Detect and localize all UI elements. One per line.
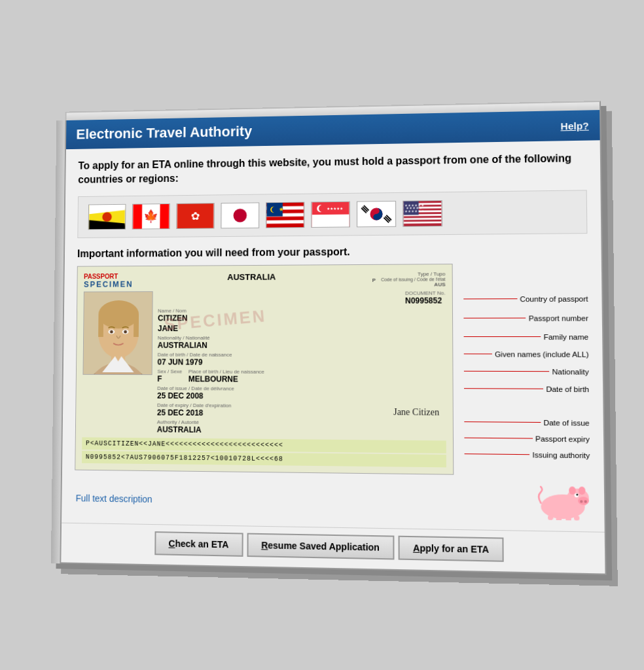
flag-malaysia: ★ [266,202,304,228]
nationality-label: Nationality / Nationalité [158,334,446,340]
given-name: JANE [158,323,446,332]
family-name: CITIZEN [158,313,446,323]
field-doi: Date of issue [541,418,590,427]
flag-usa: ★★★★★★ ★★★★★ ★★★★★★ [402,200,442,226]
field-dob: Date of birth [543,385,589,393]
doe-value: 25 DEC 2018 [157,408,232,417]
passport-code-value: AUS [381,281,445,287]
sex-label: Sex / Sexe [157,368,182,374]
svg-rect-57 [98,314,103,336]
passport-photo [82,291,152,375]
flag-korea [357,200,396,226]
passport-type-label: Type / Tupo [372,271,446,277]
svg-point-66 [579,486,586,495]
passport-country-header: AUSTRALIA [227,272,276,281]
svg-rect-8 [133,204,142,228]
passport-section-title: Important information you will need from… [77,244,588,260]
svg-text:★★★★★★: ★★★★★★ [405,209,425,213]
flag-canada: 🍁 [132,203,170,229]
passport-specimen-label: PASSPORT [84,272,134,279]
svg-text:★: ★ [278,205,283,212]
svg-rect-75 [574,515,580,520]
flags-container: 🍁 ✿ [77,190,587,238]
flag-brunei [88,203,126,229]
passport-sidebar: Country of passport Passport number [453,262,590,476]
field-family-name: Family name [541,332,588,340]
svg-text:★★★★★: ★★★★★ [327,206,343,210]
field-country: Country of passport [517,294,588,303]
bottom-buttons-bar: Check an ETA Resume Saved Application Ap… [61,522,605,573]
sex-value: F [157,374,182,383]
field-given-names: Given names (include ALL) [492,350,589,358]
pob-value: MELBOURNE [188,374,264,383]
field-authority: Issuing authority [529,450,590,459]
pig-mascot [535,482,591,520]
svg-text:✿: ✿ [191,209,200,222]
svg-rect-58 [134,314,139,336]
pob-label: Place of birth / Lieu de naissance [188,368,264,374]
intro-text: To apply for an ETA online through this … [78,150,586,187]
dob-label: Date of birth / Date de naissance [158,351,446,358]
svg-text:🍁: 🍁 [143,208,159,223]
passport-mrz1: P<AUSCITIZEN<<JANE<<<<<<<<<<<<<<<<<<<<<<… [82,437,446,453]
passport-image: PASSPORT SPECIMEN AUSTRALIA Type / Tupo [75,263,454,474]
check-eta-button[interactable]: Check an ETA [154,531,243,556]
doc-no-value: N0995852 [405,296,446,305]
signature: Jane Citizen [393,406,446,417]
apply-button[interactable]: Apply for an ETA [398,535,504,561]
full-text-link[interactable]: Full text description [76,493,152,504]
passport-mrz2: N0995852<7AUS7906075F1812257<10010728L<<… [82,450,446,467]
doe-label: Date of expiry / Date d'expiration [157,402,232,408]
nationality-value: AUSTRALIAN [158,340,446,349]
authority-value: AUSTRALIA [157,425,446,436]
dob-value: 07 JUN 1979 [158,357,446,367]
app-title: Electronic Travel Authority [76,123,252,143]
field-expiry: Passport expiry [533,434,590,443]
passport-type-value: P [372,277,376,283]
field-passport-number: Passport number [526,314,588,322]
flag-singapore: ★★★★★ [311,201,350,227]
resume-button[interactable]: Resume Saved Application [247,533,394,559]
doi-value: 25 DEC 2008 [157,391,446,401]
passport-specimen-sub: SPECIMEN [84,279,134,289]
svg-rect-22 [266,223,303,227]
help-link[interactable]: Help? [561,120,589,132]
svg-rect-9 [160,203,169,228]
name-label: Name / Nom [158,307,446,313]
flag-hk: ✿ [176,203,215,229]
svg-point-65 [569,486,576,495]
field-nationality: Nationality [549,367,588,375]
flag-japan [221,202,259,228]
doc-no-label: DOCUMENT No. [405,290,446,296]
passport-code-label: Code of issuing / Code de l'état [381,277,445,282]
svg-rect-21 [266,220,303,224]
svg-rect-28 [312,214,349,226]
passport-container: PASSPORT SPECIMEN AUSTRALIA Type / Tupo [75,262,590,476]
